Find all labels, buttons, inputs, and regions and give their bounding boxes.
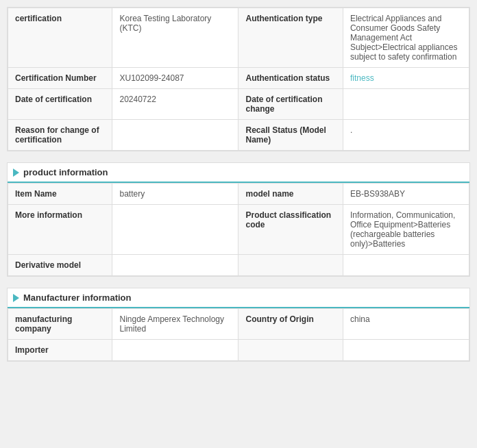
mfr-label-0: manufacturing company [8,309,112,340]
cert-label-1: Certification Number [8,68,112,89]
cert-value-0: Korea Testing Laboratory (KTC) [112,8,238,68]
cert-value-2: 20240722 [112,89,238,120]
table-row: Date of certification 20240722 Date of c… [8,89,469,120]
table-row: Importer [8,340,469,361]
table-row: manufacturing company Ningde Amperex Tec… [8,309,469,340]
mfr-rvalue-1 [343,340,469,361]
cert-label-3: Reason for change of certification [8,120,112,151]
prod-value-0: battery [112,184,238,205]
cert-label-2: Date of certification [8,89,112,120]
table-row: Item Name battery model name EB-BS938ABY [8,184,469,205]
cert-rvalue-2 [343,89,469,120]
mfr-rlabel-0: Country of Origin [238,309,343,340]
mfr-rvalue-0: china [343,309,469,340]
cert-rvalue-1[interactable]: fitness [343,68,469,89]
prod-rvalue-1: Information, Communication, Office Equip… [343,205,469,255]
prod-rvalue-0: EB-BS938ABY [343,184,469,205]
certification-table: certification Korea Testing Laboratory (… [8,8,469,151]
product-section-header: product information [8,163,469,183]
manufacturer-section-header: Manufacturer information [8,288,469,308]
table-row: Reason for change of certification Recal… [8,120,469,151]
prod-rlabel-1: Product classification code [238,205,343,255]
product-table: Item Name battery model name EB-BS938ABY… [8,183,469,276]
page-container: certification Korea Testing Laboratory (… [7,7,470,362]
cert-rlabel-3: Recall Status (Model Name) [238,120,343,151]
cert-rlabel-0: Authentication type [238,8,343,68]
prod-label-0: Item Name [8,184,112,205]
prod-label-1: More information [8,205,112,255]
fitness-link[interactable]: fitness [350,73,374,83]
table-row: certification Korea Testing Laboratory (… [8,8,469,68]
manufacturer-section: Manufacturer information manufacturing c… [7,288,470,362]
mfr-label-1: Importer [8,340,112,361]
cert-rlabel-2: Date of certification change [238,89,343,120]
manufacturer-section-title: Manufacturer information [23,293,131,303]
prod-value-2 [112,255,238,276]
prod-value-1 [112,205,238,255]
cert-value-1: XU102099-24087 [112,68,238,89]
cert-rvalue-0: Electrical Appliances and Consumer Goods… [343,8,469,68]
prod-rlabel-2 [238,255,343,276]
table-row: Certification Number XU102099-24087 Auth… [8,68,469,89]
cert-rlabel-1: Authentication status [238,68,343,89]
cert-label-0: certification [8,8,112,68]
section-arrow-icon [13,294,19,302]
product-section: product information Item Name battery mo… [7,162,470,277]
cert-value-3 [112,120,238,151]
cert-rvalue-3: . [343,120,469,151]
table-row: Derivative model [8,255,469,276]
table-row: More information Product classification … [8,205,469,255]
section-arrow-icon [13,169,19,177]
prod-rlabel-0: model name [238,184,343,205]
certification-section: certification Korea Testing Laboratory (… [7,7,470,151]
mfr-value-0: Ningde Amperex Technology Limited [112,309,238,340]
mfr-rlabel-1 [238,340,343,361]
manufacturer-table: manufacturing company Ningde Amperex Tec… [8,308,469,361]
prod-label-2: Derivative model [8,255,112,276]
prod-rvalue-2 [343,255,469,276]
product-section-title: product information [23,167,108,177]
mfr-value-1 [112,340,238,361]
